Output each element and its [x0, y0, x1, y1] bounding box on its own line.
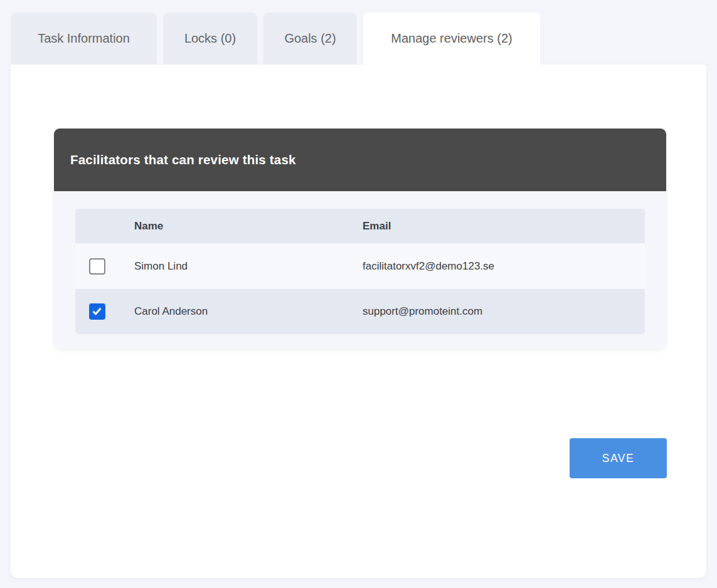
- table-row-simon-lind: Simon Lind facilitatorxvf2@demo123.se: [75, 243, 645, 289]
- table-row-carol-anderson: Carol Anderson support@promoteint.com: [75, 289, 645, 334]
- reviewer-checkbox[interactable]: [89, 258, 105, 275]
- reviewer-email: support@promoteint.com: [363, 305, 645, 318]
- reviewer-checkbox[interactable]: [89, 303, 105, 320]
- column-header-email: Email: [363, 220, 645, 233]
- checkbox-cell: [75, 258, 134, 275]
- card-title: Facilitators that can review this task: [70, 152, 296, 167]
- tab-goals[interactable]: Goals (2): [263, 13, 357, 65]
- card-body: Name Email Simon Lind facilitatorxvf2@de…: [54, 191, 666, 349]
- tab-label: Task Information: [38, 31, 130, 46]
- reviewer-name: Carol Anderson: [134, 305, 363, 318]
- reviewer-email: facilitatorxvf2@demo123.se: [363, 260, 645, 273]
- reviewers-table: Name Email Simon Lind facilitatorxvf2@de…: [75, 209, 645, 334]
- tab-task-information[interactable]: Task Information: [11, 13, 157, 65]
- checkmark-icon: [92, 306, 101, 315]
- tab-label: Manage reviewers (2): [391, 31, 512, 46]
- reviewers-card: Facilitators that can review this task N…: [54, 129, 666, 349]
- save-button[interactable]: SAVE: [570, 438, 667, 478]
- reviewer-name: Simon Lind: [134, 260, 363, 273]
- tab-label: Goals (2): [284, 31, 336, 46]
- checkbox-cell: [75, 303, 134, 320]
- table-header-row: Name Email: [75, 209, 645, 243]
- tab-label: Locks (0): [184, 31, 236, 46]
- tab-bar: Task Information Locks (0) Goals (2) Man…: [11, 13, 540, 65]
- content-panel: Facilitators that can review this task N…: [11, 65, 706, 578]
- screen: Task Information Locks (0) Goals (2) Man…: [0, 0, 717, 588]
- column-header-name: Name: [134, 220, 363, 233]
- tab-manage-reviewers[interactable]: Manage reviewers (2): [363, 13, 540, 65]
- card-header: Facilitators that can review this task: [54, 129, 666, 191]
- tab-locks[interactable]: Locks (0): [163, 13, 257, 65]
